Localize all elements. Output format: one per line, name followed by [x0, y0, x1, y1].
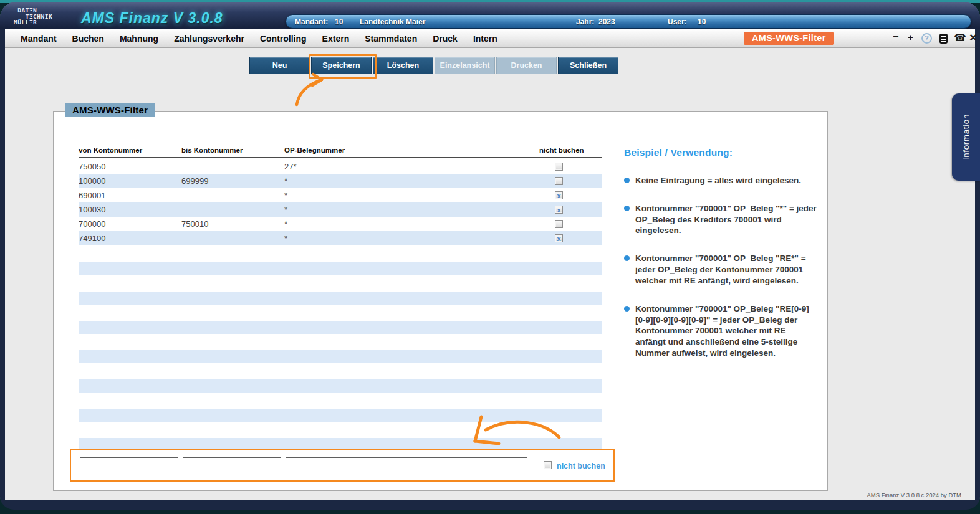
help-column: Beispiel / Verwendung: Keine Eintragung …: [624, 147, 819, 376]
nicht-buchen-checkbox[interactable]: [555, 177, 563, 185]
bis-kontonummer-input[interactable]: [183, 457, 281, 474]
report-icon[interactable]: [939, 34, 948, 44]
table-cell: *: [284, 202, 539, 217]
empty-table-row: [79, 262, 602, 275]
column-header-bis-kontonummer: bis Kontonummer: [181, 146, 284, 157]
help-bullet: Kontonummer "700001" OP_Beleg "*" = jede…: [624, 203, 819, 236]
menu-item-intern[interactable]: Intern: [473, 34, 497, 44]
information-tab[interactable]: Information: [952, 93, 980, 181]
entry-nicht-buchen-checkbox[interactable]: [544, 461, 552, 469]
jahr-value: 2023: [598, 17, 615, 26]
table-cell: 100000: [79, 174, 181, 188]
close-icon[interactable]: ×: [969, 30, 977, 49]
toolbar-button-schließen[interactable]: Schließen: [558, 57, 618, 74]
table-cell: 700000: [79, 217, 181, 231]
op-belegnummer-input[interactable]: [286, 457, 527, 474]
table-cell: *: [284, 231, 539, 245]
table-cell: *: [284, 217, 539, 231]
menu-bar: MandantBuchenMahnungZahlungsverkehrContr…: [5, 29, 975, 48]
menu-item-controlling[interactable]: Controlling: [260, 34, 307, 44]
bullet-dot-icon: [624, 206, 630, 211]
nicht-buchen-checkbox[interactable]: x: [555, 191, 563, 199]
help-bullet-text: Kontonummer "700001" OP_Beleg "RE*" = je…: [635, 253, 819, 286]
help-bullets: Keine Eintragung = alles wird eingelesen…: [624, 175, 819, 359]
toolbar-button-löschen[interactable]: Löschen: [373, 57, 433, 74]
column-header-nicht-buchen: nicht buchen: [539, 146, 602, 157]
help-bullet: Keine Eintragung = alles wird eingelesen…: [624, 175, 819, 186]
menu-item-buchen[interactable]: Buchen: [72, 34, 104, 44]
table-row[interactable]: 75005027*: [79, 159, 602, 174]
table-cell: 699999: [181, 174, 284, 188]
menu-items: MandantBuchenMahnungZahlungsverkehrContr…: [21, 29, 497, 48]
table-cell: [181, 202, 284, 217]
menu-item-extern[interactable]: Extern: [322, 34, 350, 44]
session-info-bar: Mandant: 10 Landtechnik Maier Jahr: 2023…: [286, 14, 971, 29]
table-cell: [539, 174, 602, 188]
entry-row-highlight-annotation: nicht buchen: [70, 449, 615, 482]
company-name: Landtechnik Maier: [360, 17, 425, 26]
help-bullet: Kontonummer "700001" OP_Beleg "RE*" = je…: [624, 253, 819, 286]
menu-item-stammdaten[interactable]: Stammdaten: [365, 34, 417, 44]
information-tab-label: Information: [961, 114, 971, 160]
bullet-dot-icon: [624, 178, 630, 183]
table-row[interactable]: 700000750010*: [79, 217, 602, 231]
toolbar: NeuSpeichernLöschenEinzelansichtDruckenS…: [249, 57, 618, 74]
nicht-buchen-checkbox[interactable]: [555, 163, 563, 171]
empty-table-row: [79, 409, 602, 422]
minimize-icon[interactable]: −: [893, 31, 898, 50]
help-icon[interactable]: ?: [921, 33, 932, 44]
help-bullet-text: Kontonummer "700001" OP_Beleg "*" = jede…: [635, 203, 819, 236]
toolbar-button-einzelansicht[interactable]: Einzelansicht: [435, 57, 495, 74]
mandant-value: 10: [335, 17, 343, 26]
table-cell: 750010: [181, 217, 284, 231]
menu-item-mandant[interactable]: Mandant: [21, 34, 57, 44]
table-cell: *: [284, 174, 539, 188]
empty-rows: [79, 262, 602, 467]
table-cell: [181, 159, 284, 174]
application-window: DATΞN TΞCHNIKMÜLLΞR AMS Finanz V 3.0.8 M…: [0, 0, 980, 514]
table-cell: [539, 159, 602, 174]
table-cell: [181, 231, 284, 245]
column-header-op-belegnummer: OP-Belegnummer: [284, 146, 539, 157]
table-cell: x: [539, 188, 602, 202]
filter-panel: AMS-WWS-Filter von Kontonummer bis Konto…: [53, 111, 828, 491]
von-kontonummer-input[interactable]: [80, 457, 178, 474]
table-row[interactable]: 100030*x: [79, 202, 602, 217]
menu-item-zahlungsverkehr[interactable]: Zahlungsverkehr: [174, 34, 244, 44]
table-row[interactable]: 690001*x: [79, 188, 602, 202]
column-header-von-kontonummer: von Kontonummer: [79, 146, 181, 157]
table-cell: 100030: [79, 202, 181, 217]
help-bullet-text: Keine Eintragung = alles wird eingelesen…: [635, 175, 801, 186]
nicht-buchen-checkbox[interactable]: [555, 220, 563, 228]
nicht-buchen-checkbox[interactable]: x: [555, 234, 563, 242]
user-value: 10: [698, 17, 706, 26]
help-heading: Beispiel / Verwendung:: [624, 147, 819, 158]
help-bullet: Kontonummer "700001" OP_Beleg "RE[0-9][0…: [624, 303, 819, 359]
datentechnik-mueller-logo: DATΞN TΞCHNIKMÜLLΞR: [14, 7, 52, 26]
app-title: AMS Finanz V 3.0.8: [81, 10, 268, 27]
menu-item-druck[interactable]: Druck: [433, 34, 458, 44]
toolbar-button-neu[interactable]: Neu: [249, 57, 310, 74]
table-cell: [539, 217, 602, 231]
bullet-dot-icon: [624, 306, 630, 312]
empty-table-row: [79, 350, 602, 363]
table-cell: [181, 188, 284, 202]
nicht-buchen-checkbox[interactable]: x: [555, 206, 563, 214]
version-footer: AMS Finanz V 3.0.8 c 2024 by DTM: [835, 492, 961, 498]
table-cell: 27*: [284, 159, 539, 174]
empty-table-row: [79, 292, 602, 305]
table-cell: x: [539, 202, 602, 217]
toolbar-button-drucken[interactable]: Drucken: [496, 57, 557, 74]
table-row[interactable]: 100000699999*: [79, 174, 602, 188]
empty-table-row: [79, 321, 602, 334]
logo-line: MÜLLΞR: [14, 19, 37, 26]
menu-item-mahnung[interactable]: Mahnung: [120, 34, 158, 44]
table-cell: 690001: [79, 188, 181, 202]
jahr-label: Jahr:: [576, 17, 594, 26]
bullet-dot-icon: [624, 255, 630, 261]
table-cell: 750050: [79, 159, 181, 174]
user-label: User:: [668, 17, 687, 26]
panel-title: AMS-WWS-Filter: [65, 103, 155, 117]
empty-table-row: [79, 379, 602, 393]
table-row[interactable]: 749100*x: [79, 231, 602, 245]
